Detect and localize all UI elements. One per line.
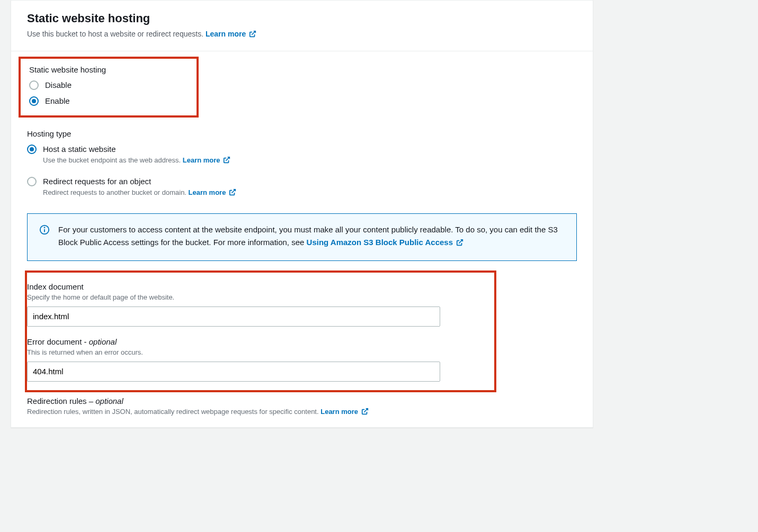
error-document-input[interactable]: [27, 362, 440, 382]
error-document-hint: This is returned when an error occurs.: [27, 348, 484, 356]
radio-enable[interactable]: Enable: [29, 95, 188, 107]
radio-redirect-requests[interactable]: Redirect requests for an object Redirect…: [27, 176, 577, 197]
panel-title: Static website hosting: [27, 11, 577, 26]
public-access-info-alert: For your customers to access content at …: [27, 213, 577, 261]
radio-host-static[interactable]: Host a static website Use the bucket end…: [27, 143, 577, 165]
hosting-type-label: Hosting type: [27, 129, 577, 138]
block-public-access-link[interactable]: Using Amazon S3 Block Public Access: [307, 238, 464, 247]
info-alert-text: For your customers to access content at …: [58, 223, 565, 250]
error-document-group: Error document - optional This is return…: [27, 337, 484, 382]
external-link-icon: [229, 188, 236, 197]
external-link-icon: [456, 237, 463, 250]
radio-icon: [27, 177, 37, 186]
index-document-label: Index document: [27, 282, 484, 291]
info-icon: [39, 224, 50, 235]
radio-host-static-label: Host a static website: [43, 143, 230, 155]
learn-more-link[interactable]: Learn more: [189, 188, 236, 196]
external-link-icon: [361, 408, 369, 417]
radio-enable-label: Enable: [45, 95, 70, 107]
radio-icon: [29, 96, 39, 106]
hosting-type-group: Hosting type Host a static website Use t…: [27, 129, 577, 197]
static-website-hosting-panel: Static website hosting Use this bucket t…: [11, 0, 593, 428]
svg-point-2: [44, 227, 45, 228]
learn-more-link[interactable]: Learn more: [206, 30, 256, 38]
radio-redirect-desc: Redirect requests to another bucket or d…: [43, 188, 236, 197]
error-document-label: Error document - optional: [27, 337, 484, 346]
index-document-input[interactable]: [27, 306, 440, 327]
learn-more-link[interactable]: Learn more: [320, 408, 368, 416]
external-link-icon: [223, 156, 230, 165]
panel-header: Static website hosting Use this bucket t…: [11, 1, 593, 51]
index-document-group: Index document Specify the home or defau…: [27, 282, 484, 327]
radio-icon: [29, 80, 39, 90]
index-document-hint: Specify the home or default page of the …: [27, 293, 484, 301]
radio-host-static-desc: Use the bucket endpoint as the web addre…: [43, 156, 230, 165]
external-link-icon: [249, 30, 256, 39]
hosting-toggle-highlight: Static website hosting Disable Enable: [19, 57, 199, 118]
learn-more-link[interactable]: Learn more: [183, 156, 230, 164]
redirection-rules-hint: Redirection rules, written in JSON, auto…: [27, 408, 577, 417]
redirection-rules-group: Redirection rules – optional Redirection…: [27, 396, 577, 417]
radio-disable-label: Disable: [45, 79, 72, 91]
radio-redirect-label: Redirect requests for an object: [43, 176, 236, 187]
radio-disable[interactable]: Disable: [29, 79, 188, 91]
panel-description: Use this bucket to host a website or red…: [27, 30, 577, 39]
panel-body: Static website hosting Disable Enable Ho…: [11, 51, 593, 427]
radio-icon: [27, 145, 37, 154]
redirection-rules-label: Redirection rules – optional: [27, 396, 577, 405]
documents-highlight: Index document Specify the home or defau…: [25, 270, 496, 392]
hosting-toggle-label: Static website hosting: [29, 65, 188, 74]
